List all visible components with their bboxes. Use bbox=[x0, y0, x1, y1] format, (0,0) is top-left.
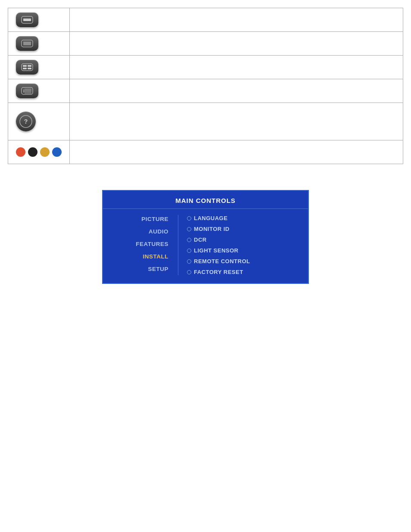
table-row bbox=[8, 32, 403, 56]
table-row bbox=[8, 8, 403, 32]
icon-cell-5: ? bbox=[8, 103, 70, 140]
svg-text:i: i bbox=[23, 89, 25, 93]
table-row: i bbox=[8, 79, 403, 103]
osd-title: MAIN CONTROLS bbox=[103, 191, 308, 209]
svg-rect-9 bbox=[23, 68, 27, 69]
osd-menu-audio[interactable]: AUDIO bbox=[103, 227, 168, 236]
osd-bullet-factory-reset bbox=[187, 270, 191, 274]
osd-bullet-remote-control bbox=[187, 259, 191, 264]
osd-bullet-light-sensor bbox=[187, 249, 191, 253]
table-row bbox=[8, 56, 403, 79]
svg-rect-10 bbox=[28, 68, 31, 69]
dot-blue bbox=[52, 147, 62, 157]
osd-bullet-monitor-id bbox=[187, 227, 191, 231]
dot-red bbox=[16, 147, 25, 157]
svg-rect-7 bbox=[23, 65, 27, 67]
icon-cell-3 bbox=[8, 56, 70, 79]
osd-option-monitor-id[interactable]: MONITOR ID bbox=[187, 226, 308, 232]
table-row-dots bbox=[8, 140, 403, 164]
osd-bullet-language bbox=[187, 216, 191, 221]
content-cell-2 bbox=[70, 32, 403, 56]
button-reference-table: i ? bbox=[8, 8, 403, 164]
osd-option-light-sensor-label: LIGHT SENSOR bbox=[194, 247, 239, 254]
color-dots bbox=[16, 145, 62, 159]
content-cell-5 bbox=[70, 103, 403, 140]
button-icon-2 bbox=[16, 36, 38, 51]
svg-rect-8 bbox=[28, 65, 31, 67]
osd-menu-install[interactable]: INSTALL bbox=[103, 252, 168, 261]
osd-menu: MAIN CONTROLS PICTURE AUDIO FEATURES INS… bbox=[102, 190, 309, 284]
osd-menu-features[interactable]: FEATURES bbox=[103, 240, 168, 248]
osd-bullet-dcr bbox=[187, 238, 191, 242]
content-cell-1 bbox=[70, 8, 403, 32]
osd-left-column: PICTURE AUDIO FEATURES INSTALL SETUP bbox=[103, 215, 176, 275]
osd-option-dcr[interactable]: DCR bbox=[187, 236, 308, 243]
osd-option-factory-reset-label: FACTORY RESET bbox=[194, 269, 243, 275]
svg-rect-1 bbox=[23, 19, 31, 21]
osd-wrapper: MAIN CONTROLS PICTURE AUDIO FEATURES INS… bbox=[0, 190, 411, 284]
dot-yellow bbox=[40, 147, 50, 157]
icon-cell-2 bbox=[8, 32, 70, 56]
osd-option-dcr-label: DCR bbox=[194, 236, 207, 243]
osd-menu-picture[interactable]: PICTURE bbox=[103, 215, 168, 223]
osd-menu-setup[interactable]: SETUP bbox=[103, 265, 168, 273]
osd-option-language[interactable]: LANGUAGE bbox=[187, 215, 308, 221]
content-cell-3 bbox=[70, 56, 403, 79]
osd-body: PICTURE AUDIO FEATURES INSTALL SETUP LAN… bbox=[103, 215, 308, 275]
osd-option-monitor-id-label: MONITOR ID bbox=[194, 226, 230, 232]
osd-option-language-label: LANGUAGE bbox=[194, 215, 227, 221]
osd-right-column: LANGUAGE MONITOR ID DCR LIGHT SENSOR REM… bbox=[180, 215, 308, 275]
osd-option-remote-control[interactable]: REMOTE CONTROL bbox=[187, 258, 308, 264]
svg-text:?: ? bbox=[24, 118, 28, 125]
icon-cell-1 bbox=[8, 8, 70, 32]
osd-divider bbox=[178, 215, 178, 275]
icon-cell-dots bbox=[8, 140, 70, 164]
svg-rect-6 bbox=[22, 64, 33, 71]
button-icon-3 bbox=[16, 60, 38, 75]
content-cell-dots bbox=[70, 140, 403, 164]
dot-black bbox=[28, 147, 37, 157]
osd-option-remote-control-label: REMOTE CONTROL bbox=[194, 258, 250, 264]
button-icon-5: ? bbox=[16, 112, 36, 131]
osd-option-light-sensor[interactable]: LIGHT SENSOR bbox=[187, 247, 308, 254]
icon-cell-4: i bbox=[8, 79, 70, 103]
content-cell-4 bbox=[70, 79, 403, 103]
button-icon-1 bbox=[16, 12, 38, 27]
table-row: ? bbox=[8, 103, 403, 140]
osd-option-factory-reset[interactable]: FACTORY RESET bbox=[187, 269, 308, 275]
button-icon-4: i bbox=[16, 84, 38, 98]
